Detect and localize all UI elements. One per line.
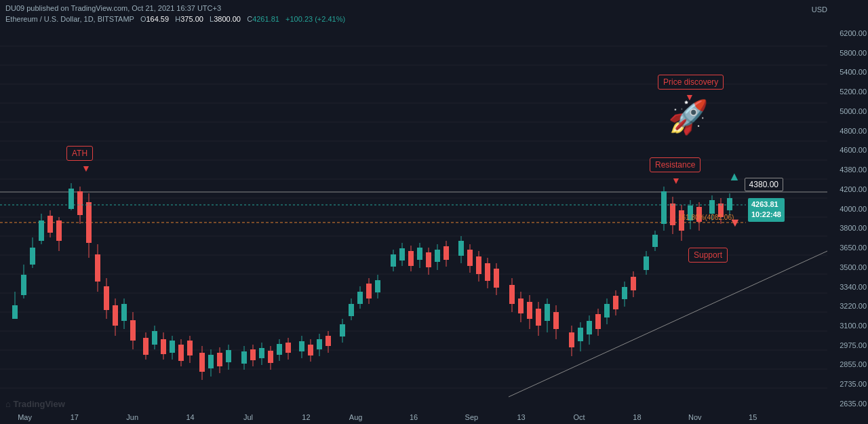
price-tick: 5000.00 <box>829 108 867 115</box>
price-target-label: 4380.00 <box>745 178 783 191</box>
svg-rect-113 <box>443 246 449 260</box>
time-tick-nov: Nov <box>688 413 702 421</box>
svg-rect-99 <box>375 280 380 292</box>
svg-rect-103 <box>399 248 405 261</box>
svg-rect-95 <box>357 292 363 304</box>
svg-rect-109 <box>426 252 431 267</box>
price-tick: 2855.00 <box>829 361 867 368</box>
svg-rect-121 <box>485 263 490 281</box>
svg-rect-131 <box>536 309 541 326</box>
time-tick-sep: Sep <box>465 413 479 421</box>
usd-label: USD <box>812 5 827 14</box>
chart-area: 161.80%(4082.06) ATH ▼ Price discovery ▼… <box>0 27 827 410</box>
svg-rect-57 <box>170 341 175 353</box>
support-annotation: Support <box>688 248 728 263</box>
svg-rect-77 <box>268 351 273 363</box>
svg-rect-23 <box>12 305 18 319</box>
svg-rect-79 <box>277 344 282 355</box>
svg-rect-135 <box>553 312 559 329</box>
svg-rect-127 <box>518 298 524 313</box>
time-tick-may: May <box>18 413 32 421</box>
price-tick: 4380.00 <box>829 166 867 174</box>
svg-rect-91 <box>340 324 345 336</box>
svg-rect-47 <box>121 304 127 321</box>
svg-rect-69 <box>226 350 231 362</box>
svg-rect-43 <box>104 286 109 310</box>
svg-rect-111 <box>435 250 440 262</box>
publisher-text: DU09 published on TradingView.com, Oct 2… <box>5 4 221 12</box>
svg-rect-75 <box>259 348 264 358</box>
svg-rect-93 <box>349 304 354 316</box>
price-tick: 3650.00 <box>829 244 867 252</box>
price-tick: 3100.00 <box>829 322 867 330</box>
time-axis: May 17 Jun 14 Jul 12 Aug 16 Sep 13 Oct 1… <box>0 410 827 424</box>
svg-rect-147 <box>613 296 618 309</box>
resistance-annotation: Resistance <box>650 157 701 172</box>
svg-rect-39 <box>86 202 92 243</box>
svg-rect-157 <box>661 191 667 224</box>
svg-rect-49 <box>130 320 136 341</box>
svg-rect-67 <box>217 353 222 366</box>
svg-rect-155 <box>652 235 658 247</box>
svg-rect-83 <box>299 341 304 351</box>
svg-rect-133 <box>545 304 550 321</box>
svg-rect-105 <box>408 251 414 266</box>
svg-rect-53 <box>152 331 157 345</box>
svg-rect-139 <box>578 328 583 341</box>
ath-arrow: ▼ <box>81 163 91 174</box>
svg-text:161.80%(4082.06): 161.80%(4082.06) <box>678 214 734 221</box>
svg-rect-101 <box>391 254 396 267</box>
svg-rect-73 <box>250 349 256 360</box>
svg-rect-59 <box>178 345 184 361</box>
svg-rect-85 <box>308 345 313 355</box>
svg-rect-51 <box>143 338 149 355</box>
price-tick: 3500.00 <box>829 264 867 271</box>
price-discovery-annotation: Price discovery <box>658 75 724 90</box>
time-tick-16: 16 <box>410 413 418 421</box>
price-tick: 3800.00 <box>829 225 867 232</box>
current-price-value: 4263.81 <box>751 199 781 210</box>
svg-rect-151 <box>631 277 636 290</box>
price-target-arrow-up: ▲ <box>728 170 741 184</box>
svg-rect-81 <box>285 343 291 353</box>
price-tick: 2735.00 <box>829 381 867 388</box>
svg-rect-31 <box>47 216 53 233</box>
high-label: H375.00 <box>175 15 208 23</box>
time-tick-14-jun: 14 <box>186 413 194 421</box>
svg-rect-115 <box>458 241 464 256</box>
svg-rect-45 <box>113 305 118 326</box>
svg-rect-167 <box>709 200 715 214</box>
price-tick: 2635.00 <box>829 400 867 408</box>
svg-rect-129 <box>527 302 532 319</box>
svg-rect-25 <box>21 275 26 295</box>
current-price-time: 10:22:48 <box>751 210 781 220</box>
current-price-badge: 4263.81 10:22:48 <box>748 198 785 222</box>
low-label: L3800.00 <box>210 15 245 23</box>
time-tick-oct: Oct <box>573 413 585 421</box>
price-tick: 3340.00 <box>829 284 867 291</box>
svg-rect-107 <box>417 248 422 260</box>
svg-rect-65 <box>208 355 214 368</box>
time-tick-jun: Jun <box>126 413 138 421</box>
resistance-arrow: ▼ <box>671 175 681 186</box>
svg-rect-125 <box>509 285 515 304</box>
close-label: C4261.81 <box>247 15 283 23</box>
chart-container: DU09 published on TradingView.com, Oct 2… <box>0 0 868 424</box>
svg-rect-149 <box>622 287 627 299</box>
support-arrow-down: ▼ <box>729 216 741 230</box>
tradingview-watermark: ⌂ TradingView <box>5 399 65 409</box>
svg-rect-87 <box>317 339 322 349</box>
price-tick: 5800.00 <box>829 50 867 57</box>
price-tick: 4000.00 <box>829 206 867 213</box>
svg-rect-41 <box>95 254 100 282</box>
svg-rect-27 <box>30 248 35 265</box>
svg-rect-37 <box>77 191 83 215</box>
svg-rect-71 <box>241 351 247 364</box>
open-label: O164.59 <box>140 15 173 23</box>
price-tick: 2975.00 <box>829 342 867 349</box>
price-tick: 4800.00 <box>829 128 867 135</box>
svg-rect-123 <box>494 269 499 288</box>
ath-annotation: ATH <box>66 146 93 161</box>
price-tick: 5400.00 <box>829 69 867 76</box>
svg-rect-141 <box>587 321 592 334</box>
